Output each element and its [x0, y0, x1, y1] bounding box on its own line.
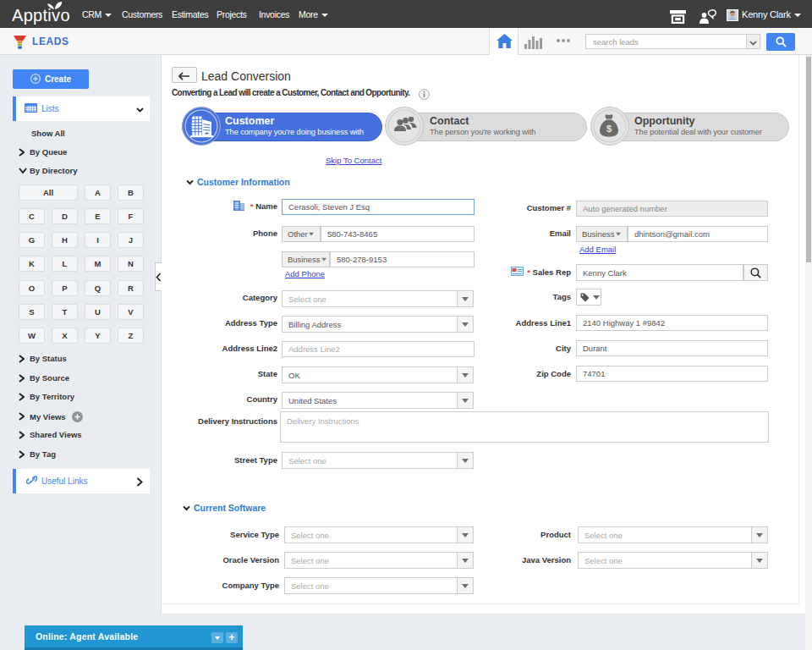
svg-text:$: $ — [606, 124, 612, 134]
